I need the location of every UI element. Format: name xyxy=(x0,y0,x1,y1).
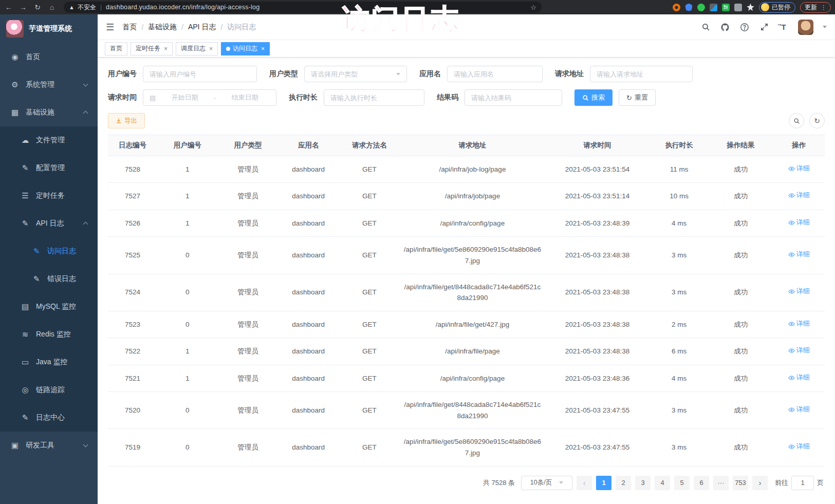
paused-badge[interactable]: 已暂停 xyxy=(759,2,795,13)
next-page-button[interactable]: › xyxy=(752,476,768,490)
help-icon[interactable] xyxy=(739,22,750,32)
refresh-table-button[interactable]: ↻ xyxy=(809,113,825,128)
cell-method: GET xyxy=(339,311,400,338)
extension-cubes-icon[interactable] xyxy=(710,4,717,11)
sidebar-item-0[interactable]: ◉首页 xyxy=(0,43,98,71)
tab-1[interactable]: 定时任务× xyxy=(131,42,173,55)
sidebar-logo[interactable]: 芋道管理系统 xyxy=(0,14,98,43)
detail-link[interactable]: 详细 xyxy=(788,345,810,356)
breadcrumb-item-0[interactable]: 首页 xyxy=(122,23,137,32)
eye-icon xyxy=(788,165,795,172)
page-size-select[interactable]: 10条/页 xyxy=(521,476,572,490)
update-button[interactable]: 更新 ⋮ xyxy=(800,2,831,13)
close-tab-icon[interactable]: × xyxy=(164,45,168,52)
extension-gray-icon[interactable] xyxy=(734,4,742,11)
kebab-menu-icon[interactable]: ⋮ xyxy=(821,4,826,11)
user-id-input[interactable] xyxy=(150,70,250,78)
browser-reload-icon[interactable]: ↻ xyxy=(33,3,42,11)
tab-0[interactable]: 首页 xyxy=(105,42,127,55)
font-size-icon[interactable]: ⃗T xyxy=(778,22,789,32)
sidebar-item-2[interactable]: ▦基础设施 xyxy=(0,99,98,126)
close-tab-icon[interactable]: × xyxy=(209,45,213,52)
sidebar-item-9[interactable]: ▤MySQL 监控 xyxy=(0,293,98,321)
detail-link[interactable]: 详细 xyxy=(788,441,810,452)
page-button-753[interactable]: 753 xyxy=(733,476,748,490)
detail-link[interactable]: 详细 xyxy=(788,286,810,297)
cell-user_type: 管理员 xyxy=(218,311,279,338)
sidebar-item-3[interactable]: ☁文件管理 xyxy=(0,126,98,154)
detail-link[interactable]: 详细 xyxy=(788,190,810,201)
close-tab-icon[interactable]: × xyxy=(261,45,265,52)
duration-input[interactable] xyxy=(330,94,418,102)
chevron-up-icon xyxy=(83,222,88,227)
browser-home-icon[interactable]: ⌂ xyxy=(47,3,57,11)
page-button-4[interactable]: 4 xyxy=(655,476,670,490)
sidebar-item-12[interactable]: ◎链路追踪 xyxy=(0,376,98,404)
chevron-down-icon xyxy=(83,442,88,447)
app-title: 芋道管理系统 xyxy=(29,24,72,33)
page-button-6[interactable]: 6 xyxy=(694,476,709,490)
breadcrumb-item-1[interactable]: 基础设施 xyxy=(148,23,177,32)
user-avatar[interactable] xyxy=(798,20,813,35)
toggle-search-button[interactable] xyxy=(789,113,804,128)
detail-link[interactable]: 详细 xyxy=(788,404,810,415)
sidebar-item-10[interactable]: ≋Redis 监控 xyxy=(0,321,98,348)
extension-star-icon[interactable] xyxy=(747,4,754,11)
export-button[interactable]: 导出 xyxy=(108,113,145,128)
page-ellipsis[interactable]: ··· xyxy=(713,476,729,490)
chevron-down-icon[interactable] xyxy=(823,26,827,28)
result-code-input[interactable] xyxy=(471,94,555,102)
page-button-5[interactable]: 5 xyxy=(674,476,690,490)
sidebar-item-6[interactable]: ✎API 日志 xyxy=(0,210,98,237)
sidebar-item-4[interactable]: ✎配置管理 xyxy=(0,154,98,182)
date-range-picker[interactable]: ▤ 开始日期 - 结束日期 xyxy=(143,89,276,106)
detail-link[interactable]: 详细 xyxy=(788,163,810,174)
page-button-3[interactable]: 3 xyxy=(635,476,651,490)
date-separator: - xyxy=(214,94,216,102)
browser-forward-icon[interactable]: → xyxy=(18,3,28,11)
search-icon[interactable] xyxy=(700,22,711,32)
extension-donut-icon[interactable] xyxy=(673,4,680,11)
goto-label: 前往 xyxy=(775,478,788,488)
eye-icon xyxy=(788,443,795,450)
sidebar-item-5[interactable]: ☰定时任务 xyxy=(0,182,98,210)
cell-time: 2021-05-03 23:48:39 xyxy=(545,210,650,236)
cell-user_type: 管理员 xyxy=(218,392,279,429)
github-icon[interactable] xyxy=(720,22,730,32)
sidebar-item-8[interactable]: ✎错误日志 xyxy=(0,265,98,293)
user-type-select-input[interactable] xyxy=(311,70,393,78)
extension-green-icon[interactable] xyxy=(697,4,705,11)
detail-link[interactable]: 详细 xyxy=(788,217,810,228)
page-button-1[interactable]: 1 xyxy=(596,476,611,490)
access-log-table: 日志编号用户编号用户类型应用名请求方法名请求地址请求时间执行时长操作结果操作 7… xyxy=(108,135,825,466)
sidebar-item-13[interactable]: ✎日志中心 xyxy=(0,404,98,432)
extension-translate-icon[interactable]: 翲 xyxy=(722,4,730,11)
detail-link[interactable]: 详细 xyxy=(788,249,810,260)
address-bar[interactable]: ▲ 不安全 | dashboard.yudao.iocoder.cn/infra… xyxy=(64,2,542,13)
tab-3[interactable]: 访问日志× xyxy=(221,42,270,55)
goto-page-input[interactable] xyxy=(791,476,814,490)
prev-page-button[interactable]: ‹ xyxy=(577,476,592,490)
sidebar-item-1[interactable]: ⚙系统管理 xyxy=(0,71,98,99)
sidebar-item-11[interactable]: ▭Java 监控 xyxy=(0,348,98,376)
detail-link[interactable]: 详细 xyxy=(788,372,810,383)
cell-app: dashboard xyxy=(278,237,339,274)
browser-back-icon[interactable]: ← xyxy=(4,3,13,11)
cell-id: 7528 xyxy=(108,156,157,183)
reset-button[interactable]: ↻ 重置 xyxy=(619,89,656,106)
app-name-input[interactable] xyxy=(454,70,536,78)
tab-2[interactable]: 调度日志× xyxy=(176,42,218,55)
page-button-2[interactable]: 2 xyxy=(616,476,631,490)
fullscreen-icon[interactable] xyxy=(759,22,769,32)
sidebar-item-14[interactable]: ▣研发工具 xyxy=(0,432,98,459)
hamburger-icon[interactable]: ☰ xyxy=(106,22,114,33)
chevron-down-icon xyxy=(83,82,88,87)
user-type-select[interactable] xyxy=(304,66,407,82)
sidebar-item-7[interactable]: ✎访问日志 xyxy=(0,237,98,265)
extension-shield-icon[interactable] xyxy=(685,4,693,11)
search-button[interactable]: 搜索 xyxy=(574,89,613,106)
breadcrumb-item-2[interactable]: API 日志 xyxy=(188,23,216,32)
detail-link[interactable]: 详细 xyxy=(788,319,810,329)
request-url-input[interactable] xyxy=(597,70,686,78)
bookmark-star-icon[interactable]: ☆ xyxy=(530,4,536,11)
